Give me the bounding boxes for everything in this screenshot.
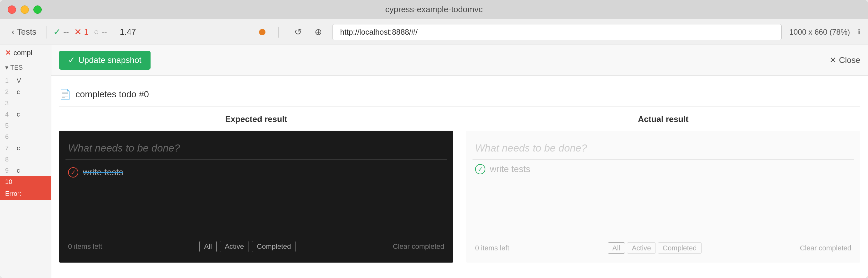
right-panel: ✓ Update snapshot ✕ Close 📄 completes to…: [51, 45, 868, 278]
expected-items-left: 0 items left: [68, 242, 102, 251]
line-num-7: 7: [5, 145, 14, 152]
line-num-3: 3: [5, 99, 14, 107]
error-label: Error:: [5, 190, 21, 197]
expected-todo-app: What needs to be done? ✓ write tests 0 i…: [59, 131, 453, 262]
line-item-2[interactable]: 2c: [0, 86, 51, 98]
line-content-4: c: [17, 111, 20, 118]
line-num-9: 9: [5, 167, 14, 174]
sidebar-fail-item[interactable]: ✕ compl: [0, 45, 51, 61]
line-num-2: 2: [5, 88, 14, 96]
actual-column: Actual result What needs to be done? ✓ w…: [466, 114, 860, 262]
line-item-9[interactable]: 9c: [0, 165, 51, 176]
actual-todo-input: What needs to be done?: [472, 137, 854, 159]
line-item-8[interactable]: 8: [0, 154, 51, 165]
actual-filter-all: All: [608, 242, 625, 254]
line-item-6[interactable]: 6: [0, 131, 51, 143]
line-item-1[interactable]: 1V: [0, 75, 51, 86]
sidebar-item-label: compl: [13, 49, 32, 57]
line-item-3[interactable]: 3: [0, 98, 51, 109]
pass-count: --: [63, 27, 69, 37]
info-button[interactable]: │: [273, 24, 284, 40]
fail-count: 1: [84, 27, 89, 37]
comparison-area: Expected result What needs to be done? ✓…: [59, 114, 860, 262]
line-item-7[interactable]: 7c: [0, 143, 51, 154]
close-x-icon: ✕: [830, 55, 837, 65]
close-label: Close: [839, 55, 860, 65]
test-group-label: TES: [10, 64, 23, 71]
snapshot-title-row: 📄 completes todo #0: [59, 84, 860, 106]
collapse-arrow-icon: ▾: [5, 64, 8, 71]
snapshot-title: completes todo #0: [75, 89, 149, 99]
crosshair-button[interactable]: ⊕: [312, 24, 324, 40]
line-item-10[interactable]: 10: [0, 176, 51, 187]
expected-filter-completed: Completed: [252, 241, 296, 252]
expected-column: Expected result What needs to be done? ✓…: [59, 114, 453, 262]
traffic-lights: [8, 5, 42, 14]
title-bar: cypress-example-todomvc: [0, 0, 868, 19]
sidebar-x-icon: ✕: [5, 49, 11, 57]
close-button[interactable]: [8, 5, 16, 14]
test-group-header: ▾ TES: [0, 61, 51, 74]
actual-header: Actual result: [466, 114, 860, 124]
expected-filter-group: All Active Completed: [199, 241, 296, 252]
pending-stat: ○ --: [94, 27, 107, 37]
actual-footer: 0 items left All Active Completed Clear …: [472, 240, 854, 256]
line-content-7: c: [17, 145, 20, 152]
viewport-info-icon: ℹ: [858, 28, 860, 36]
line-num-10: 10: [5, 178, 14, 186]
line-item-4[interactable]: 4c: [0, 109, 51, 120]
toolbar-controls: │ ↺ ⊕ 1000 x 660 (78%) ℹ: [259, 24, 860, 40]
snapshot-content: 📄 completes todo #0 Expected result What…: [51, 76, 868, 278]
pending-circle-icon: ○: [94, 27, 99, 37]
expected-footer: 0 items left All Active Completed Clear …: [65, 237, 447, 256]
error-bar: Error:: [0, 187, 51, 200]
actual-items-left: 0 items left: [475, 244, 509, 252]
expected-checkbox: ✓: [68, 167, 78, 178]
line-content-1: V: [17, 77, 21, 85]
line-numbers: 1V 2c 3 4c 5 6 7c 8 9c 10 Error:: [0, 74, 51, 201]
recording-dot: [259, 29, 266, 35]
toolbar-divider-1: [46, 26, 47, 38]
pass-stat: ✓ --: [53, 27, 69, 37]
expected-filter-active: Active: [220, 241, 249, 252]
update-snapshot-label: Update snapshot: [78, 55, 142, 65]
sidebar: ✕ compl ▾ TES 1V 2c 3 4c 5 6 7c 8 9c 10: [0, 45, 51, 278]
expected-header: Expected result: [59, 114, 453, 124]
expected-todo-text: write tests: [83, 167, 123, 178]
line-num-5: 5: [5, 122, 14, 129]
window-title: cypress-example-todomvc: [385, 4, 483, 14]
test-stats: ✓ -- ✕ 1 ○ --: [53, 27, 107, 37]
expected-screenshot: What needs to be done? ✓ write tests 0 i…: [59, 131, 453, 262]
update-snapshot-button[interactable]: ✓ Update snapshot: [59, 51, 151, 70]
actual-clear-completed: Clear completed: [800, 244, 851, 252]
viewport-info: 1000 x 660 (78%): [789, 28, 850, 37]
expected-todo-list: ✓ write tests: [65, 159, 447, 237]
document-icon: 📄: [59, 89, 71, 100]
snapshot-toolbar: ✓ Update snapshot ✕ Close: [51, 45, 868, 76]
expected-todo-input: What needs to be done?: [65, 137, 447, 159]
actual-filter-group: All Active Completed: [608, 244, 702, 252]
line-content-2: c: [17, 88, 20, 96]
minimize-button[interactable]: [21, 5, 29, 14]
back-chevron-icon: ‹: [11, 27, 14, 37]
line-content-9: c: [17, 167, 20, 174]
fail-x-icon: ✕: [74, 27, 82, 37]
url-bar[interactable]: [332, 24, 782, 40]
actual-todo-text: write tests: [490, 164, 530, 174]
actual-checkbox: ✓: [475, 164, 485, 174]
tests-back-button[interactable]: ‹ Tests: [8, 24, 40, 39]
app-window: cypress-example-todomvc ‹ Tests ✓ -- ✕ 1…: [0, 0, 868, 278]
actual-filter-completed: Completed: [658, 242, 702, 254]
expected-todo-item: ✓ write tests: [65, 163, 447, 182]
close-snapshot-button[interactable]: ✕ Close: [830, 55, 860, 65]
test-duration: 1.47: [113, 27, 143, 37]
toolbar-divider-2: [149, 26, 149, 38]
pending-count: --: [101, 27, 107, 37]
line-num-6: 6: [5, 133, 14, 141]
reload-button[interactable]: ↺: [292, 24, 304, 40]
maximize-button[interactable]: [33, 5, 42, 14]
actual-screenshot: What needs to be done? ✓ write tests 0 i…: [466, 131, 860, 262]
actual-filter-active: Active: [627, 242, 656, 254]
checkmark-icon: ✓: [68, 55, 75, 65]
line-item-5[interactable]: 5: [0, 120, 51, 131]
